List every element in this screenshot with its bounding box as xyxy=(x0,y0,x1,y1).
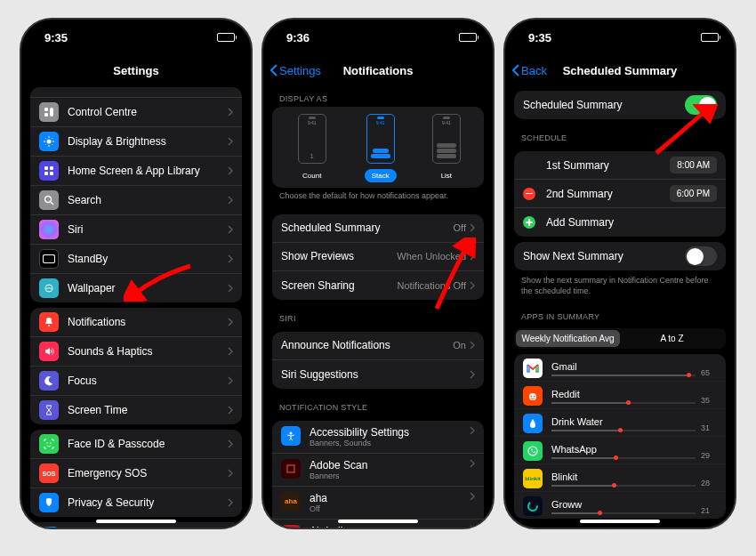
app-row-reddit[interactable]: Reddit35 xyxy=(514,382,726,409)
row-scheduled-summary[interactable]: Scheduled SummaryOff xyxy=(272,214,484,243)
home-indicator[interactable] xyxy=(96,520,176,523)
page-title: Scheduled Summary xyxy=(563,64,678,77)
row-screen-sharing[interactable]: Screen SharingNotifications Off xyxy=(272,271,484,300)
app-row-gmail[interactable]: Gmail65 xyxy=(514,354,726,382)
display-option-list[interactable]: 9:41 List xyxy=(432,114,461,182)
svg-line-13 xyxy=(52,144,52,145)
svg-rect-18 xyxy=(44,172,48,175)
row-show-next-summary[interactable]: Show Next Summary xyxy=(514,242,726,270)
siri-icon xyxy=(39,220,59,239)
svg-rect-6 xyxy=(44,113,48,117)
row-scheduled-summary-toggle[interactable]: Scheduled Summary xyxy=(514,91,726,119)
svg-line-12 xyxy=(45,138,46,139)
show-next-group: Show Next Summary xyxy=(514,242,726,270)
blinkit-icon: blinkit xyxy=(523,469,543,488)
apps-summary-group: Gmail65 Reddit35 Drink Water31 WhatsApp2… xyxy=(514,354,726,519)
svg-point-39 xyxy=(531,396,533,398)
segmented-control[interactable]: Weekly Notification Avg A to Z xyxy=(514,328,726,349)
back-button[interactable]: Settings xyxy=(270,64,321,77)
chevron-right-icon xyxy=(228,469,233,478)
section-header: SIRI xyxy=(263,305,493,326)
row-control-centre[interactable]: Control Centre xyxy=(30,98,242,127)
notif-group-siri: Announce NotificationsOn Siri Suggestion… xyxy=(272,332,484,389)
row-home-screen[interactable]: Home Screen & App Library xyxy=(30,157,242,186)
face-id-icon xyxy=(39,434,59,454)
row-1st-summary[interactable]: 1st Summary8:00 AM xyxy=(514,151,726,180)
svg-line-14 xyxy=(45,144,46,145)
row-app-accessibility[interactable]: Accessibility SettingsBanners, Sounds xyxy=(272,421,484,454)
row-standby[interactable]: StandBy xyxy=(30,245,242,274)
chevron-right-icon xyxy=(228,137,233,146)
remove-button[interactable] xyxy=(523,188,535,200)
control-centre-icon xyxy=(39,102,59,122)
row-add-summary[interactable]: Add Summary xyxy=(514,208,726,237)
seg-az[interactable]: A to Z xyxy=(620,330,724,347)
row-display-brightness[interactable]: Display & Brightness xyxy=(30,127,242,157)
notif-group-1: Scheduled SummaryOff Show PreviewsWhen U… xyxy=(272,214,484,300)
home-indicator[interactable] xyxy=(580,520,660,523)
chevron-right-icon xyxy=(470,252,475,261)
app-row-drinkwater[interactable]: Drink Water31 xyxy=(514,409,726,437)
toggle-switch[interactable] xyxy=(685,95,717,115)
section-hint: Show the next summary in Notification Ce… xyxy=(505,276,735,303)
chevron-right-icon xyxy=(228,318,233,326)
status-time: 9:35 xyxy=(528,31,694,44)
svg-point-27 xyxy=(50,442,51,443)
app-icon xyxy=(281,459,301,479)
display-option-count[interactable]: 9:411 Count xyxy=(295,114,328,182)
svg-point-38 xyxy=(529,393,536,400)
row-focus[interactable]: Focus xyxy=(30,367,242,396)
chevron-right-icon xyxy=(228,439,233,448)
svg-point-42 xyxy=(528,502,537,511)
time-picker[interactable]: 8:00 AM xyxy=(670,157,717,173)
display-option-stack[interactable]: 9:41 Stack xyxy=(365,114,397,182)
row-siri[interactable]: Siri xyxy=(30,215,242,245)
svg-line-15 xyxy=(52,138,52,139)
status-time: 9:36 xyxy=(286,31,452,44)
svg-point-25 xyxy=(48,325,50,326)
scroll-area[interactable]: Scheduled Summary SCHEDULE 1st Summary8:… xyxy=(505,85,735,528)
row-sos[interactable]: SOSEmergency SOS xyxy=(30,459,242,488)
row-sounds[interactable]: Sounds & Haptics xyxy=(30,337,242,367)
row-2nd-summary[interactable]: 2nd Summary6:00 PM xyxy=(514,180,726,208)
svg-rect-16 xyxy=(44,166,48,170)
app-row-groww[interactable]: Groww21 xyxy=(514,492,726,519)
app-row-whatsapp[interactable]: WhatsApp29 xyxy=(514,437,726,464)
chevron-right-icon xyxy=(228,406,233,415)
scroll-area[interactable]: DISPLAY AS 9:411 Count 9:41 Stack 9:41 L… xyxy=(263,85,493,528)
row-announce-notifs[interactable]: Announce NotificationsOn xyxy=(272,332,484,360)
settings-group-2: Notifications Sounds & Haptics Focus Scr… xyxy=(30,308,242,424)
chevron-right-icon xyxy=(228,376,233,385)
app-row-blinkit[interactable]: blinkitBlinkit28 xyxy=(514,464,726,492)
row-notifications[interactable]: Notifications xyxy=(30,308,242,337)
row-show-previews[interactable]: Show PreviewsWhen Unlocked xyxy=(272,243,484,271)
row-siri-suggestions[interactable]: Siri Suggestions xyxy=(272,360,484,389)
speaker-icon xyxy=(39,342,59,361)
row-privacy[interactable]: Privacy & Security xyxy=(30,488,242,517)
back-button[interactable]: Back xyxy=(512,64,547,77)
toggle-switch[interactable] xyxy=(685,246,717,266)
home-screen-icon xyxy=(39,161,59,181)
chevron-right-icon xyxy=(228,347,233,356)
chevron-right-icon xyxy=(228,166,233,175)
add-button[interactable] xyxy=(523,216,535,229)
svg-rect-23 xyxy=(44,255,54,262)
row-app-aha[interactable]: ahaahaOff xyxy=(272,487,484,520)
chevron-right-icon xyxy=(470,370,475,379)
nav-header: Back Scheduled Summary xyxy=(505,55,735,85)
seg-weekly[interactable]: Weekly Notification Avg xyxy=(516,330,620,347)
row-screen-time[interactable]: Screen Time xyxy=(30,396,242,424)
home-indicator[interactable] xyxy=(338,520,418,523)
privacy-icon xyxy=(39,493,59,512)
chevron-right-icon xyxy=(228,254,233,263)
row-wallpaper[interactable]: Wallpaper xyxy=(30,274,242,302)
status-time: 9:35 xyxy=(44,31,210,44)
row-faceid[interactable]: Face ID & Passcode xyxy=(30,430,242,459)
app-icon xyxy=(281,525,301,528)
row-search[interactable]: Search xyxy=(30,186,242,215)
section-hint: Choose the default for how notifications… xyxy=(263,188,493,209)
time-picker[interactable]: 6:00 PM xyxy=(670,185,717,202)
search-icon xyxy=(39,190,59,210)
scroll-area[interactable]: Control Centre Display & Brightness Home… xyxy=(21,82,251,528)
row-app-adobe[interactable]: Adobe ScanBanners xyxy=(272,454,484,487)
